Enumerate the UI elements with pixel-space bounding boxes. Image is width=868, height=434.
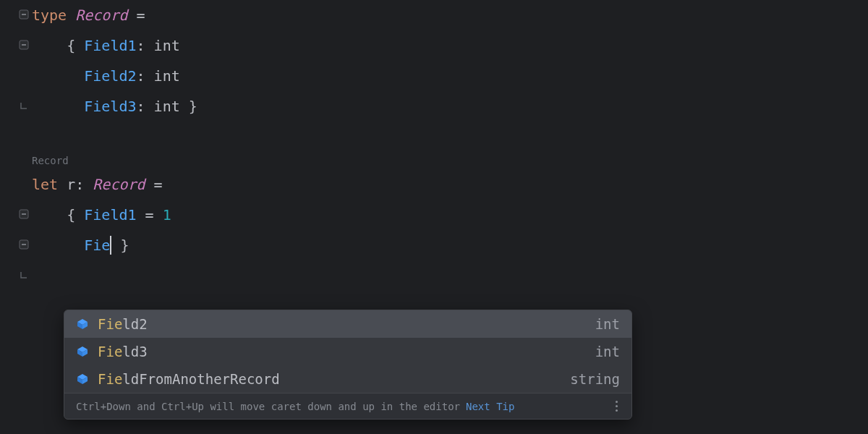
type-literal: int [154,98,180,115]
field-name: Field2 [84,67,136,85]
completion-footer: Ctrl+Down and Ctrl+Up will move caret do… [64,393,631,419]
code-editor[interactable]: type Record = { Field1: int Field2: int … [32,0,197,260]
field-icon [76,373,89,386]
code-line[interactable]: { Field1 = 1 [32,200,197,230]
number-literal: 1 [163,206,171,224]
field-icon [76,345,89,358]
field-name: Field1 [84,206,136,224]
fold-toggle-icon[interactable] [19,209,30,221]
keyword-type: type [32,7,67,24]
code-line[interactable]: Field3: int } [32,91,197,122]
code-line[interactable]: Fie } [32,230,197,260]
code-line[interactable]: type Record = [32,0,197,30]
partial-input: Fie [84,237,110,254]
inlay-hint: Record [32,152,197,169]
code-line[interactable]: Field2: int [32,61,197,91]
type-literal: int [154,67,180,85]
completion-item[interactable]: FieldFromAnotherRecord string [64,365,631,393]
gutter [0,0,32,434]
more-menu-icon[interactable] [610,401,623,412]
field-icon [76,318,89,331]
fold-toggle-icon[interactable] [19,239,30,251]
tip-text: Ctrl+Down and Ctrl+Up will move caret do… [76,393,460,420]
completion-type: int [595,310,620,338]
fold-end-icon[interactable] [19,101,30,112]
field-name: Field3 [84,98,136,115]
fold-end-icon[interactable] [19,270,30,281]
completion-item[interactable]: Field3 int [64,338,631,365]
code-line[interactable]: let r: Record = [32,169,197,200]
completion-popup: Field2 int Field3 int FieldFromAnotherRe… [64,310,632,420]
completion-type: string [570,365,620,393]
type-name: Record [93,176,153,193]
completion-label: Field3 [98,338,148,365]
fold-toggle-icon[interactable] [19,9,30,21]
field-name: Field1 [84,37,136,54]
fold-toggle-icon[interactable] [19,40,30,51]
type-literal: int [154,37,180,54]
code-line-blank[interactable] [32,122,197,152]
next-tip-link[interactable]: Next Tip [466,393,514,420]
completion-type: int [595,338,620,365]
type-name: Record [75,7,136,24]
completion-label: Field2 [98,310,148,338]
completion-item[interactable]: Field2 int [64,310,631,338]
completion-label: FieldFromAnotherRecord [98,365,280,393]
keyword-let: let [32,176,58,193]
code-line[interactable]: { Field1: int [32,30,197,61]
